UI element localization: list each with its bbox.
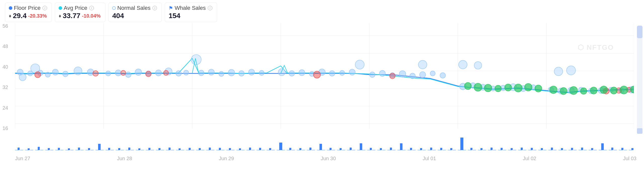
- svg-rect-118: [118, 148, 120, 150]
- main-chart-svg: [15, 23, 634, 141]
- svg-rect-166: [601, 143, 604, 150]
- svg-point-104: [610, 87, 617, 94]
- svg-rect-154: [480, 148, 482, 150]
- svg-rect-120: [138, 148, 140, 150]
- normal-sales-info-icon[interactable]: i: [152, 6, 157, 10]
- svg-point-43: [299, 70, 305, 76]
- floor-price-label: Floor Price: [14, 5, 41, 11]
- svg-point-68: [474, 62, 482, 69]
- svg-rect-141: [350, 148, 352, 150]
- normal-sales-value: 404: [112, 12, 124, 20]
- svg-point-93: [495, 85, 501, 92]
- svg-rect-144: [380, 148, 382, 150]
- chart-area: 56 48 40 32 24 16 ⬡ NFTGO: [0, 23, 644, 164]
- svg-rect-113: [68, 148, 70, 150]
- svg-point-99: [560, 87, 567, 95]
- svg-rect-146: [400, 143, 403, 150]
- whale-sales-title: ⚑ Whale Sales i: [169, 5, 212, 11]
- svg-rect-158: [521, 148, 523, 150]
- x-label-jul03: Jul 03: [623, 156, 636, 161]
- svg-rect-169: [631, 148, 633, 150]
- scrollbar-thumb-top[interactable]: [637, 26, 642, 38]
- svg-rect-129: [229, 148, 231, 150]
- svg-point-19: [45, 72, 50, 77]
- svg-point-37: [228, 69, 235, 76]
- svg-rect-108: [18, 148, 20, 150]
- svg-point-102: [590, 87, 597, 94]
- whale-sales-info-icon[interactable]: i: [208, 6, 212, 10]
- x-label-jun30: Jun 30: [321, 156, 336, 161]
- svg-point-95: [514, 84, 522, 92]
- avg-price-change: -10.04%: [82, 13, 101, 19]
- y-label-40: 40: [3, 64, 8, 70]
- svg-point-54: [410, 73, 415, 79]
- svg-point-105: [620, 86, 628, 94]
- y-label-24: 24: [3, 105, 8, 111]
- svg-point-98: [550, 86, 557, 94]
- svg-point-22: [74, 67, 82, 75]
- svg-point-84: [164, 70, 169, 75]
- svg-point-31: [176, 71, 181, 76]
- svg-point-25: [115, 70, 121, 76]
- chart-container: Floor Price i ♦ 29.4 -20.33% Avg Price i…: [0, 0, 644, 176]
- svg-point-58: [418, 60, 427, 69]
- svg-rect-140: [340, 148, 342, 150]
- svg-point-103: [600, 86, 608, 94]
- svg-rect-134: [279, 143, 282, 150]
- y-axis: 56 48 40 32 24 16: [3, 23, 8, 131]
- svg-point-47: [340, 70, 345, 75]
- svg-rect-151: [450, 148, 452, 150]
- svg-point-33: [191, 55, 201, 65]
- floor-price-dot: [9, 6, 12, 10]
- svg-rect-168: [621, 148, 623, 150]
- svg-rect-111: [48, 148, 50, 150]
- svg-point-80: [35, 72, 41, 78]
- svg-point-27: [135, 69, 142, 75]
- svg-rect-119: [128, 148, 130, 150]
- svg-point-67: [459, 60, 467, 69]
- svg-point-100: [570, 86, 578, 95]
- svg-rect-145: [390, 148, 392, 150]
- svg-rect-117: [108, 148, 110, 150]
- svg-rect-122: [158, 148, 160, 150]
- avg-price-dot: [59, 6, 62, 10]
- svg-rect-123: [169, 148, 171, 150]
- svg-rect-161: [551, 148, 553, 150]
- legend-floor-price: Floor Price i ♦ 29.4 -20.33%: [5, 3, 52, 22]
- legend-normal-sales: Normal Sales i 404: [108, 3, 162, 22]
- svg-rect-124: [179, 148, 181, 150]
- svg-rect-132: [259, 148, 261, 150]
- svg-rect-127: [209, 148, 211, 150]
- svg-point-46: [329, 71, 335, 76]
- floor-price-info-icon[interactable]: i: [43, 6, 47, 10]
- svg-rect-150: [440, 148, 442, 150]
- svg-rect-131: [249, 148, 251, 150]
- svg-rect-164: [581, 148, 583, 150]
- svg-point-56: [430, 71, 435, 76]
- svg-point-38: [239, 71, 244, 76]
- svg-point-82: [121, 70, 126, 75]
- y-label-48: 48: [3, 43, 8, 49]
- svg-point-34: [198, 70, 204, 76]
- x-label-jul01: Jul 01: [423, 156, 436, 161]
- svg-point-35: [208, 69, 214, 75]
- svg-point-78: [554, 67, 563, 76]
- svg-rect-133: [269, 148, 271, 150]
- svg-rect-136: [299, 148, 301, 150]
- svg-rect-159: [531, 148, 533, 150]
- avg-price-info-icon[interactable]: i: [89, 6, 94, 10]
- svg-point-21: [63, 71, 68, 77]
- svg-rect-162: [561, 148, 563, 150]
- svg-rect-139: [330, 148, 332, 150]
- x-label-jun28: Jun 28: [117, 156, 132, 161]
- svg-rect-115: [88, 148, 90, 150]
- svg-rect-121: [148, 148, 150, 150]
- svg-rect-110: [38, 147, 40, 150]
- normal-sales-value-row: 404: [112, 12, 124, 20]
- scrollbar-thumb-bottom[interactable]: [637, 128, 642, 134]
- svg-point-51: [379, 70, 385, 76]
- svg-rect-138: [319, 144, 322, 150]
- svg-point-53: [399, 71, 406, 77]
- scrollbar-track[interactable]: [637, 26, 642, 134]
- svg-rect-152: [460, 138, 463, 150]
